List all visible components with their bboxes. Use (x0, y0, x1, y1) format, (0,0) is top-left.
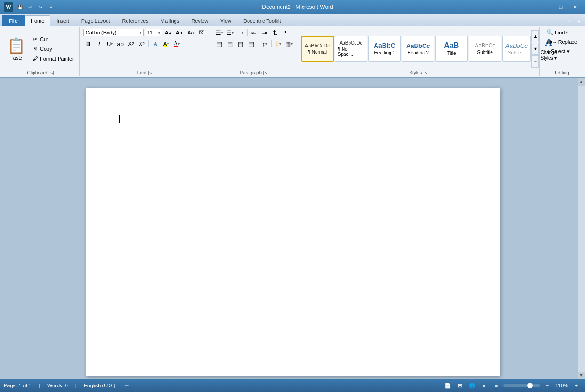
strikethrough-button[interactable]: ab (115, 39, 126, 48)
increase-indent-button[interactable]: ⇥ (260, 28, 270, 37)
shrink-font-button[interactable]: A▼ (175, 28, 185, 37)
subscript-button[interactable]: X2 (126, 39, 136, 48)
vertical-scrollbar: ▲ ▼ (578, 78, 585, 379)
style-more1[interactable]: AaBbCc Subtle... (502, 36, 531, 62)
font-expand-button[interactable]: ↘ (148, 71, 153, 75)
web-layout-button[interactable]: 🌐 (467, 381, 477, 390)
style-no-spacing-sample: AaBbCcDc (340, 41, 363, 46)
tab-view[interactable]: View (214, 15, 237, 26)
ribbon-minimize-button[interactable]: ▾ (575, 17, 583, 26)
zoom-out-button[interactable]: − (542, 381, 552, 390)
sort-button[interactable]: ⇅ (270, 28, 281, 37)
find-button[interactable]: 🔍 Find ▾ (544, 28, 571, 37)
align-right-button[interactable]: ▤ (235, 39, 246, 48)
styles-scroll-up-button[interactable]: ▲ (531, 30, 539, 42)
page-info: Page: 1 of 1 (4, 383, 31, 388)
clipboard-label: Clipboard ↘ (5, 69, 76, 75)
paste-button[interactable]: 📋 Paste (5, 34, 28, 63)
tab-page-layout[interactable]: Page Layout (75, 15, 116, 26)
word-count: Words: 0 (47, 383, 68, 388)
underline-button[interactable]: U▾ (105, 39, 115, 48)
font-label: Font ↘ (83, 69, 207, 75)
change-case-button[interactable]: Aa (186, 28, 196, 37)
cut-button[interactable]: ✂ Cut (29, 34, 76, 44)
borders-button[interactable]: ▦▾ (284, 39, 294, 48)
styles-scroll-more-button[interactable]: ≡ (531, 55, 539, 68)
text-effects-button[interactable]: A (150, 39, 161, 48)
style-title[interactable]: AaB Title (435, 36, 468, 62)
tab-home[interactable]: Home (25, 15, 50, 26)
language-info: English (U.S.) (84, 383, 115, 388)
zoom-thumb[interactable] (527, 383, 533, 388)
grow-font-button[interactable]: A▲ (163, 28, 174, 37)
scroll-down-button[interactable]: ▼ (578, 372, 585, 379)
tab-insert[interactable]: Insert (50, 15, 75, 26)
show-paragraph-button[interactable]: ¶ (281, 28, 291, 37)
styles-expand-button[interactable]: ↘ (424, 71, 428, 75)
zoom-in-button[interactable]: + (571, 381, 581, 390)
style-more1-sample: AaBbCc (505, 42, 528, 49)
shading-button[interactable]: ░▾ (273, 39, 283, 48)
style-no-spacing[interactable]: AaBbCcDc ¶ No Spaci... (335, 36, 367, 62)
style-normal[interactable]: AaBbCcDc ¶ Normal (301, 36, 334, 62)
title-bar-left: W 💾 ↩ ↪ ▾ (4, 2, 55, 12)
align-left-button[interactable]: ▤ (214, 39, 224, 48)
tab-mailings[interactable]: Mailings (155, 15, 185, 26)
style-heading1-label: Heading 1 (374, 50, 395, 55)
replace-button[interactable]: ab→ Replace (544, 38, 580, 46)
paragraph-row-1: ☰▾ ☷▾ ≡▾ ⇤ ⇥ ⇅ ¶ (214, 28, 291, 37)
app-icon: W (4, 2, 13, 12)
styles-label: Styles ↘ (301, 69, 537, 75)
line-spacing-button[interactable]: ↕▾ (260, 39, 270, 48)
numbering-button[interactable]: ☷▾ (225, 28, 235, 37)
superscript-button[interactable]: X2 (137, 39, 147, 48)
close-button[interactable]: ✕ (568, 2, 581, 12)
style-heading1-sample: AaBbC (374, 42, 396, 49)
format-painter-button[interactable]: 🖌 Format Painter (29, 54, 76, 63)
justify-button[interactable]: ▤ (246, 39, 256, 48)
tab-file[interactable]: File (2, 15, 25, 26)
style-heading1[interactable]: AaBbC Heading 1 (368, 36, 401, 62)
font-color-button[interactable]: A▾ (172, 39, 182, 48)
copy-button[interactable]: ⎘ Copy (29, 44, 76, 54)
maximize-button[interactable]: □ (554, 2, 567, 12)
outline-button[interactable]: ≡ (479, 381, 489, 390)
font-size-selector[interactable]: 11 ▾ (145, 29, 162, 36)
document-area: ▲ ▼ (0, 78, 585, 379)
style-heading2-label: Heading 2 (407, 50, 429, 55)
customize-qs-button[interactable]: ▾ (47, 3, 55, 11)
print-layout-button[interactable]: 📄 (443, 381, 453, 390)
align-center-button[interactable]: ▤ (225, 39, 235, 48)
save-button[interactable]: 💾 (16, 3, 24, 11)
paragraph-expand-button[interactable]: ↘ (263, 71, 268, 75)
text-highlight-button[interactable]: A▾ (161, 39, 171, 48)
bullets-button[interactable]: ☰▾ (214, 28, 224, 37)
select-button[interactable]: ⌖ Select ▾ (544, 47, 573, 56)
undo-button[interactable]: ↩ (26, 3, 34, 11)
paste-label: Paste (10, 55, 22, 61)
style-title-sample: AaB (444, 41, 459, 50)
style-heading2[interactable]: AaBbCc Heading 2 (402, 36, 434, 62)
full-screen-button[interactable]: ⊞ (455, 381, 465, 390)
status-separator-2: | (75, 383, 77, 388)
document-page[interactable] (86, 88, 500, 376)
tab-review[interactable]: Review (185, 15, 214, 26)
font-name-selector[interactable]: Calibri (Body) ▾ (83, 29, 144, 36)
ribbon-help-button[interactable]: ? (565, 17, 573, 26)
style-subtitle[interactable]: AaBbCc Subtitle (469, 36, 501, 62)
italic-button[interactable]: I (94, 39, 104, 48)
tab-references[interactable]: References (116, 15, 155, 26)
redo-button[interactable]: ↪ (36, 3, 45, 11)
decrease-indent-button[interactable]: ⇤ (249, 28, 259, 37)
clear-formatting-button[interactable]: ⌧ (197, 28, 207, 37)
styles-scroll-down-button[interactable]: ▼ (531, 43, 539, 55)
zoom-slider[interactable] (503, 384, 540, 387)
tab-docentric[interactable]: Docentric Toolkit (237, 15, 287, 26)
draft-button[interactable]: ≡ (491, 381, 501, 390)
scroll-up-button[interactable]: ▲ (578, 78, 585, 86)
clipboard-expand-button[interactable]: ↘ (49, 71, 54, 75)
minimize-button[interactable]: ─ (540, 2, 553, 12)
bold-button[interactable]: B (83, 39, 94, 48)
style-subtitle-sample: AaBbCc (475, 42, 495, 49)
multilevel-list-button[interactable]: ≡▾ (235, 28, 246, 37)
